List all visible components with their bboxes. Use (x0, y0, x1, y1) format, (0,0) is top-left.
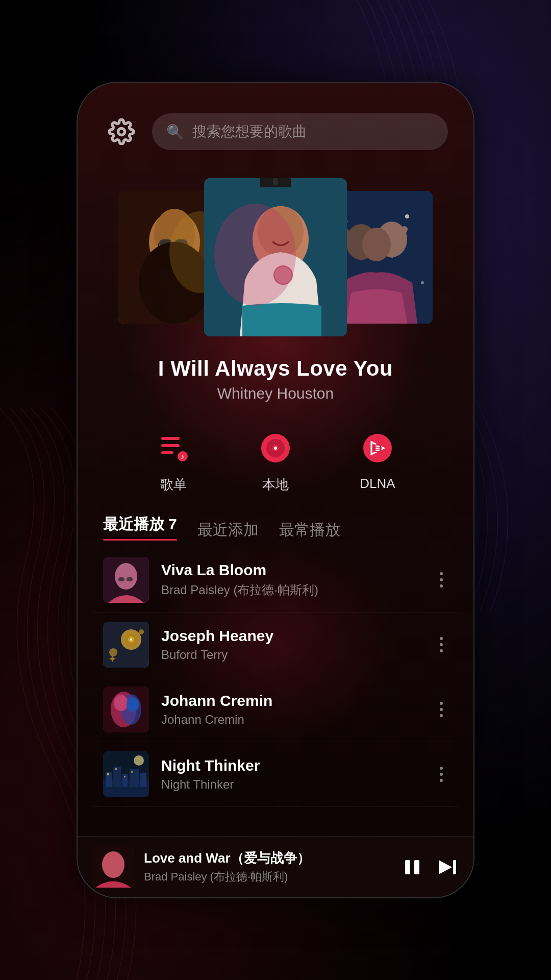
playlist-label: 歌单 (160, 476, 187, 494)
local-icon (259, 432, 292, 464)
pause-icon (401, 856, 423, 878)
gear-icon (108, 118, 135, 145)
song-thumb-4 (103, 751, 149, 797)
now-playing-info: I Will Always Love You Whitney Houston (78, 356, 473, 402)
category-local[interactable]: 本地 (255, 428, 296, 494)
svg-rect-29 (161, 451, 173, 454)
song-row[interactable]: Viva La Bloom Brad Paisley (布拉德·帕斯利) (93, 548, 458, 612)
svg-rect-27 (161, 437, 180, 440)
current-song-title: I Will Always Love You (98, 356, 453, 381)
svg-rect-76 (453, 860, 456, 874)
svg-rect-44 (118, 577, 124, 581)
svg-rect-66 (107, 773, 109, 775)
svg-point-50 (130, 639, 132, 641)
svg-marker-75 (439, 860, 452, 874)
song-info-4: Night Thinker Night Thinker (161, 757, 422, 792)
song-row[interactable]: Johann Cremin Johann Cremin (93, 677, 458, 742)
song-info-2: Joseph Heaney Buford Terry (161, 627, 422, 662)
np-title: Love and War（爱与战争） (144, 849, 391, 867)
app-content: 🔍 搜索您想要的歌曲 (78, 83, 473, 897)
song-list: Viva La Bloom Brad Paisley (布拉德·帕斯利) (78, 548, 473, 807)
song-row[interactable]: Night Thinker Night Thinker (93, 742, 458, 807)
svg-rect-69 (131, 771, 133, 773)
tab-most-played-label: 最常播放 (279, 520, 340, 541)
more-button-4[interactable] (435, 762, 448, 787)
search-placeholder: 搜索您想要的歌曲 (192, 122, 307, 141)
song-title-4: Night Thinker (161, 757, 422, 774)
playlist-icon: ♪ (157, 432, 190, 464)
more-button-3[interactable] (435, 697, 448, 722)
np-thumb-art (93, 847, 134, 888)
now-playing-bar: Love and War（爱与战争） Brad Paisley (布拉德·帕斯利… (78, 836, 473, 897)
phone-shell: 🔍 搜索您想要的歌曲 (77, 82, 474, 898)
tabs: 最近播放 7 最近添加 最常播放 (78, 514, 473, 543)
thumb-art-1 (103, 557, 149, 603)
svg-rect-28 (161, 444, 180, 447)
carousel-card-center[interactable] (204, 178, 347, 336)
tab-recent-play[interactable]: 最近播放 7 (103, 514, 177, 543)
svg-point-72 (102, 851, 124, 878)
header: 🔍 搜索您想要的歌曲 (78, 83, 473, 165)
svg-point-43 (115, 563, 137, 590)
thumb-art-3 (103, 687, 149, 732)
more-button-1[interactable] (435, 567, 448, 593)
svg-rect-74 (414, 860, 419, 874)
svg-point-35 (274, 447, 277, 450)
song-artist-2: Buford Terry (161, 648, 422, 662)
dlna-label: DLNA (360, 476, 395, 492)
category-dlna[interactable]: DLNA (357, 428, 398, 494)
settings-button[interactable] (103, 113, 140, 150)
more-button-2[interactable] (435, 632, 448, 657)
song-title-3: Johann Cremin (161, 692, 422, 709)
categories: ♪ 歌单 本地 (78, 428, 473, 494)
song-title-2: Joseph Heaney (161, 627, 422, 645)
song-thumb-2: ✦ (103, 622, 149, 668)
search-bar[interactable]: 🔍 搜索您想要的歌曲 (152, 113, 448, 150)
svg-rect-45 (127, 577, 133, 581)
svg-rect-65 (140, 773, 146, 787)
search-icon: 🔍 (166, 124, 184, 140)
thumb-art-4 (103, 751, 149, 797)
svg-point-52 (139, 629, 144, 634)
skip-next-icon (436, 856, 458, 878)
local-label: 本地 (262, 476, 289, 494)
song-title-1: Viva La Bloom (161, 561, 422, 579)
carousel (78, 170, 473, 344)
playlist-icon-container: ♪ (153, 428, 194, 469)
song-row[interactable]: ✦ Joseph Heaney Buford Terry (93, 612, 458, 677)
song-info-3: Johann Cremin Johann Cremin (161, 692, 422, 727)
thumb-art-2: ✦ (103, 622, 149, 668)
svg-point-0 (118, 129, 125, 135)
song-info-1: Viva La Bloom Brad Paisley (布拉德·帕斯利) (161, 561, 422, 598)
skip-next-button[interactable] (436, 856, 458, 878)
svg-rect-68 (124, 776, 126, 777)
song-artist-3: Johann Cremin (161, 713, 422, 727)
np-album-thumb (93, 847, 134, 888)
song-thumb-1 (103, 557, 149, 603)
song-artist-1: Brad Paisley (布拉德·帕斯利) (161, 582, 422, 598)
dlna-icon-container (357, 428, 398, 469)
album-art-center (204, 178, 347, 336)
np-controls (401, 856, 458, 878)
local-icon-container (255, 428, 296, 469)
tab-recently-added-label: 最近添加 (197, 520, 259, 541)
dlna-icon (361, 432, 394, 464)
pause-button[interactable] (401, 856, 423, 878)
song-thumb-3 (103, 687, 149, 732)
svg-point-16 (214, 204, 296, 306)
svg-text:✦: ✦ (108, 653, 117, 665)
svg-point-70 (134, 755, 144, 766)
svg-rect-62 (113, 767, 121, 787)
tab-recent-play-label: 最近播放 (103, 514, 164, 535)
song-artist-4: Night Thinker (161, 777, 422, 792)
tab-most-played[interactable]: 最常播放 (279, 520, 340, 543)
tab-recently-added[interactable]: 最近添加 (197, 520, 259, 543)
np-track-info: Love and War（爱与战争） Brad Paisley (布拉德·帕斯利… (144, 849, 391, 885)
svg-point-58 (127, 697, 139, 712)
current-song-artist: Whitney Houston (98, 385, 453, 402)
svg-rect-73 (405, 860, 410, 874)
svg-point-26 (421, 281, 424, 284)
category-playlist[interactable]: ♪ 歌单 (153, 428, 194, 494)
np-artist: Brad Paisley (布拉德·帕斯利) (144, 869, 391, 885)
svg-rect-67 (115, 768, 117, 770)
